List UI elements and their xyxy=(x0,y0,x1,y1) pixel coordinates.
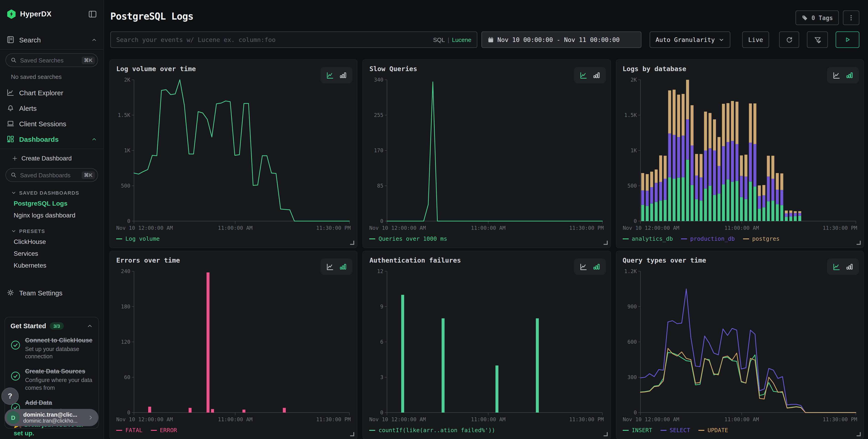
svg-text:Nov 10 12:00:00 AM: Nov 10 12:00:00 AM xyxy=(370,225,426,231)
svg-text:11:00:00 AM: 11:00:00 AM xyxy=(218,225,253,231)
granularity-select[interactable]: Auto Granularity xyxy=(650,31,730,48)
svg-text:60: 60 xyxy=(124,374,130,380)
sidebar-item-chart-explorer[interactable]: Chart Explorer xyxy=(0,85,103,100)
sidebar-item-alerts[interactable]: Alerts xyxy=(0,100,103,116)
svg-text:11:00:00 AM: 11:00:00 AM xyxy=(724,225,759,231)
gear-icon xyxy=(6,288,14,297)
user-menu[interactable]: D dominic.tran@clic... dominic.tran@clic… xyxy=(5,409,98,426)
saved-dashboards-box[interactable]: ⌘K xyxy=(5,168,98,182)
chart-legend: countIf(like(arr..ation failed%')) xyxy=(370,427,495,434)
date-range-button[interactable]: Nov 10 00:00:00 - Nov 11 00:00:00 xyxy=(482,31,642,48)
get-started-badge: 3/3 xyxy=(50,322,64,330)
more-options-button[interactable] xyxy=(843,10,859,25)
sidebar-item-kubernetes[interactable]: Kubernetes xyxy=(0,259,103,271)
sidebar-item-postgresql-logs[interactable]: PostgreSQL Logs xyxy=(0,197,103,209)
saved-dashboards-input[interactable] xyxy=(20,171,79,179)
chevron-up-icon[interactable] xyxy=(87,323,93,329)
dashboard-grid: Log volume over time 05001K1.5K2KNov 10 … xyxy=(110,59,864,439)
query-mode-toggle[interactable]: SQL|Lucene xyxy=(433,36,471,43)
sidebar-collapse-icon[interactable] xyxy=(88,9,97,19)
create-dashboard-button[interactable]: Create Dashboard xyxy=(0,151,103,164)
laptop-icon xyxy=(6,120,14,128)
avatar: D xyxy=(7,411,20,424)
logo-row: HyperDX xyxy=(0,0,103,24)
resize-handle[interactable] xyxy=(603,432,608,436)
journal-icon xyxy=(6,36,14,44)
sidebar-item-search[interactable]: Search xyxy=(0,32,103,48)
svg-text:11:00:00 AM: 11:00:00 AM xyxy=(471,416,506,422)
run-query-button[interactable] xyxy=(836,31,859,48)
step-title: Create Data Sources xyxy=(25,368,93,376)
refresh-icon xyxy=(785,36,793,43)
lucene-mode-label[interactable]: Lucene xyxy=(452,36,471,43)
legend-item: UPDATE xyxy=(699,427,728,434)
sidebar-item-clickhouse[interactable]: ClickHouse xyxy=(0,236,103,248)
get-started-step[interactable]: Connect to ClickHouse Set up your databa… xyxy=(10,337,93,361)
filter-button[interactable] xyxy=(807,31,828,48)
resize-handle[interactable] xyxy=(603,241,608,245)
sidebar-item-team-settings[interactable]: Team Settings xyxy=(0,285,103,301)
step-desc: Configure where your data comes from xyxy=(25,377,93,392)
svg-text:0: 0 xyxy=(127,410,130,415)
tags-button[interactable]: 0 Tags xyxy=(796,10,839,25)
filter-edit-icon xyxy=(813,36,821,43)
sidebar-item-dashboards[interactable]: Dashboards xyxy=(0,131,103,147)
chart-title: Query types over time xyxy=(622,257,706,264)
check-circle-icon xyxy=(10,340,21,350)
tag-icon xyxy=(801,14,808,21)
search-icon xyxy=(10,57,17,63)
svg-text:180: 180 xyxy=(121,304,130,310)
svg-text:120: 120 xyxy=(121,339,130,345)
svg-text:340: 340 xyxy=(374,77,383,83)
svg-text:0: 0 xyxy=(633,410,637,415)
chart-title: Logs by database xyxy=(622,65,686,72)
panel-slow-queries: Slow Queries 085170255340Nov 10 12:00:00… xyxy=(363,59,611,248)
svg-text:11:30:00 PM: 11:30:00 PM xyxy=(823,225,857,231)
svg-text:1.2K: 1.2K xyxy=(624,268,637,274)
sidebar-item-nginx-logs-dashboard[interactable]: Nginx logs dashboard xyxy=(0,209,103,221)
live-button[interactable]: Live xyxy=(742,31,769,48)
svg-text:11:00:00 AM: 11:00:00 AM xyxy=(218,416,253,422)
help-button[interactable]: ? xyxy=(1,387,19,405)
legend-item: analytics_db xyxy=(622,235,673,242)
chevron-up-icon xyxy=(91,136,97,142)
legend-item: Queries over 1000 ms xyxy=(370,235,447,242)
svg-text:Nov 10 12:00:00 AM: Nov 10 12:00:00 AM xyxy=(116,416,173,422)
legend-item: ERROR xyxy=(151,427,177,434)
panel-log-volume: Log volume over time 05001K1.5K2KNov 10 … xyxy=(110,59,358,248)
refresh-button[interactable] xyxy=(779,31,799,48)
svg-text:300: 300 xyxy=(627,374,637,380)
saved-dashboards-section-header[interactable]: SAVED DASHBOARDS xyxy=(0,186,103,197)
svg-text:Nov 10 12:00:00 AM: Nov 10 12:00:00 AM xyxy=(116,225,173,231)
legend-item: Log volume xyxy=(116,235,160,242)
sidebar-item-client-sessions[interactable]: Client Sessions xyxy=(0,116,103,131)
svg-text:1.5K: 1.5K xyxy=(118,112,130,118)
section-header-label: SAVED DASHBOARDS xyxy=(19,190,79,195)
check-circle-icon xyxy=(10,371,21,381)
presets-section-header[interactable]: PRESETS xyxy=(0,224,103,236)
sql-mode-label[interactable]: SQL xyxy=(433,36,445,43)
divider xyxy=(0,149,103,149)
app-root: HyperDX Search ⌘K No saved searches xyxy=(0,0,868,439)
chart-legend: Queries over 1000 ms xyxy=(370,235,447,242)
get-started-step[interactable]: Create Data Sources Configure where your… xyxy=(10,368,93,392)
sidebar-item-services[interactable]: Services xyxy=(0,248,103,259)
shortcut-badge: ⌘K xyxy=(82,171,95,179)
svg-text:240: 240 xyxy=(121,268,130,274)
resize-handle[interactable] xyxy=(857,241,861,245)
chart-legend: analytics_dbproduction_dbpostgres xyxy=(622,235,780,242)
event-search-box[interactable]: SQL|Lucene xyxy=(110,31,477,48)
sidebar-item-label: Client Sessions xyxy=(19,120,66,127)
step-title: Add Data xyxy=(25,399,93,407)
legend-item: countIf(like(arr..ation failed%')) xyxy=(370,427,495,434)
event-search-input[interactable] xyxy=(116,36,429,43)
saved-searches-box[interactable]: ⌘K xyxy=(5,53,98,67)
resize-handle[interactable] xyxy=(350,241,354,245)
sidebar-item-label: Search xyxy=(19,36,41,43)
svg-text:11:30:00 PM: 11:30:00 PM xyxy=(316,416,351,422)
hyperdx-logo-icon xyxy=(6,9,17,19)
resize-handle[interactable] xyxy=(857,432,861,436)
resize-handle[interactable] xyxy=(350,432,354,436)
main-content: PostgreSQL Logs 0 Tags SQL|Lucene xyxy=(104,0,868,439)
saved-searches-input[interactable] xyxy=(20,57,79,64)
